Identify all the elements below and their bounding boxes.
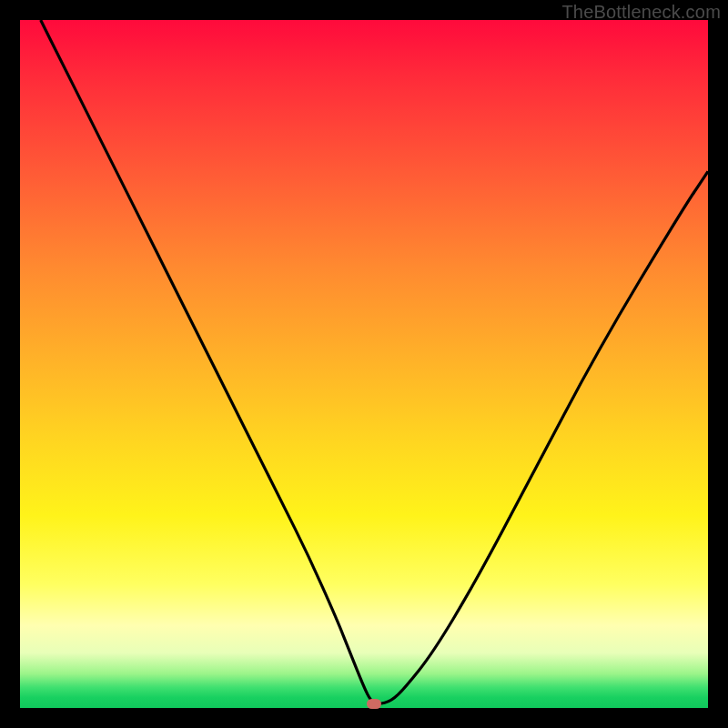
bottleneck-curve	[20, 20, 708, 708]
curve-path	[41, 20, 708, 703]
plot-area	[20, 20, 708, 708]
optimal-point-marker	[367, 699, 381, 709]
chart-frame: TheBottleneck.com	[0, 0, 728, 728]
watermark-text: TheBottleneck.com	[561, 2, 721, 23]
